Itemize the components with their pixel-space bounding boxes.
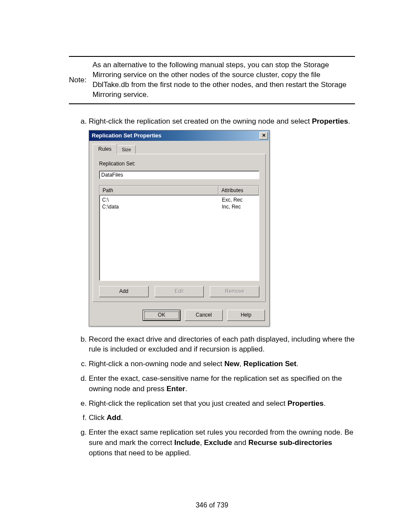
- step-c: Right-click a non-owning node and select…: [89, 359, 355, 369]
- step-f-post: .: [121, 414, 123, 422]
- row-path: C:\: [102, 196, 222, 203]
- step-e-b1: Properties: [287, 399, 324, 408]
- dialog-body: Rules Size Replication Set: Path Attribu…: [89, 141, 269, 305]
- step-g-b1: Include: [174, 439, 200, 447]
- edit-button: Edit: [155, 286, 204, 297]
- step-d: Enter the exact, case-sensitive name for…: [89, 373, 355, 394]
- step-g-mid2: and: [232, 439, 249, 447]
- step-c-mid: ,: [240, 360, 243, 368]
- note-label: Note:: [69, 76, 87, 84]
- close-button[interactable]: ✕: [259, 132, 268, 140]
- dialog-footer: OK Cancel Help: [89, 305, 269, 326]
- listview-header: Path Attributes: [100, 186, 259, 196]
- step-b: Record the exact drive and directories o…: [89, 334, 355, 355]
- list-item[interactable]: C:\ Exc, Rec: [100, 196, 259, 203]
- step-c-post: .: [296, 360, 299, 368]
- rule-buttons-row: Add Edit Remove: [99, 286, 259, 297]
- steps-list: Right-click the replication set created …: [69, 116, 355, 458]
- step-f-pre: Click: [89, 414, 107, 422]
- step-e: Right-click the replication set that you…: [89, 398, 355, 409]
- add-button[interactable]: Add: [99, 286, 149, 297]
- replication-set-label: Replication Set:: [99, 160, 259, 168]
- step-a-post: .: [348, 117, 350, 125]
- step-d-post: .: [185, 385, 187, 393]
- note-text: As an alternative to the following manua…: [93, 60, 355, 100]
- step-g: Enter the exact same replication set rul…: [89, 427, 355, 458]
- column-path[interactable]: Path: [100, 186, 218, 196]
- ok-button[interactable]: OK: [143, 310, 181, 321]
- step-c-b1: New: [224, 360, 240, 368]
- step-a-pre: Right-click the replication set created …: [89, 117, 312, 125]
- step-e-post: .: [324, 399, 326, 408]
- list-item[interactable]: C:\data Inc, Rec: [100, 203, 259, 210]
- tab-rules[interactable]: Rules: [93, 144, 117, 154]
- step-c-b2: Replication Set: [243, 360, 296, 368]
- listview-body: C:\ Exc, Rec C:\data Inc, Rec: [100, 196, 259, 211]
- step-e-pre: Right-click the replication set that you…: [89, 399, 287, 408]
- row-path: C:\data: [102, 203, 222, 210]
- tab-panel-rules: Replication Set: Path Attributes C:\ Exc…: [93, 154, 266, 302]
- rules-listview[interactable]: Path Attributes C:\ Exc, Rec C:\data: [99, 185, 259, 281]
- tab-size[interactable]: Size: [117, 145, 136, 153]
- step-g-b3: Recurse sub-directories: [248, 439, 332, 447]
- dialog-titlebar: Replication Set Properties ✕: [89, 131, 269, 141]
- tab-strip: Rules Size: [93, 144, 266, 154]
- step-c-pre: Right-click a non-owning node and select: [89, 360, 224, 368]
- step-f-b1: Add: [107, 414, 121, 422]
- step-g-mid1: ,: [200, 439, 204, 447]
- replication-set-properties-dialog: Replication Set Properties ✕ Rules Size …: [89, 130, 270, 327]
- step-a-bold: Properties: [312, 117, 348, 125]
- step-f: Click Add.: [89, 413, 355, 423]
- note-block: Note: As an alternative to the following…: [69, 56, 355, 104]
- step-d-pre: Enter the exact, case-sensitive name for…: [89, 374, 342, 393]
- replication-set-input[interactable]: [99, 171, 259, 179]
- dialog-title: Replication Set Properties: [92, 132, 259, 140]
- help-button[interactable]: Help: [227, 310, 265, 321]
- step-g-post: options that need to be applied.: [89, 449, 191, 457]
- step-d-b1: Enter: [167, 385, 185, 393]
- column-attributes[interactable]: Attributes: [218, 186, 259, 196]
- cancel-button[interactable]: Cancel: [185, 310, 223, 321]
- page-number: 346 of 739: [69, 501, 355, 509]
- step-a: Right-click the replication set created …: [89, 116, 355, 327]
- remove-button: Remove: [210, 286, 259, 297]
- row-attr: Inc, Rec: [222, 203, 256, 210]
- row-attr: Exc, Rec: [222, 196, 256, 203]
- step-g-b2: Exclude: [204, 439, 232, 447]
